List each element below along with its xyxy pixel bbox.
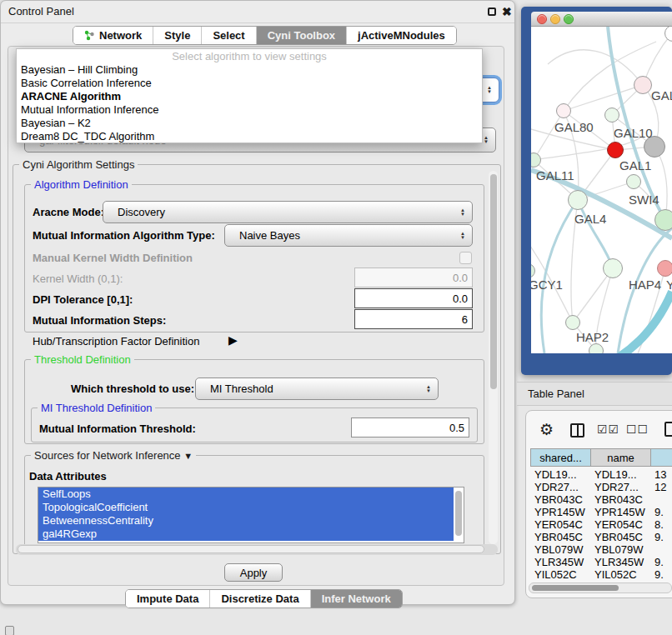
cell: YLR345W (530, 556, 590, 568)
algorithm-item[interactable]: Bayesian – K2 (17, 117, 482, 130)
expanded-arrow-icon[interactable]: ▼ (183, 451, 193, 461)
manual-kernel-checkbox[interactable] (459, 252, 472, 264)
tab-impute-data[interactable]: Impute Data (126, 590, 209, 608)
dpi-tolerance-label: DPI Tolerance [0,1]: (33, 293, 133, 306)
deselect-all-icon[interactable]: ☐☐ (626, 422, 649, 436)
close-icon[interactable]: ✖ (502, 6, 512, 18)
cell: YPR145W (590, 506, 650, 518)
apply-button-label: Apply (240, 567, 268, 579)
tab-style[interactable]: Style (153, 27, 201, 44)
table-row[interactable]: YDL19... YDL19... 13 (530, 468, 672, 481)
network-node-label: SWI4 (629, 192, 659, 207)
table-hscrollbar[interactable] (529, 582, 672, 593)
settings-vscrollbar[interactable] (489, 171, 498, 544)
apply-button[interactable]: Apply (224, 563, 283, 582)
column-header-name[interactable]: name (590, 448, 651, 467)
cell: YDL19... (590, 468, 650, 481)
network-canvas[interactable]: GAL GAL80 GAL10 GAL1 GAL11 SWI4 GAL4 GCY… (531, 27, 672, 353)
gear-icon[interactable]: ⚙ (539, 422, 554, 438)
network-node[interactable] (604, 108, 619, 122)
kernel-width-input[interactable] (354, 268, 473, 288)
network-node[interactable] (565, 315, 580, 330)
settings-hscrollbar-thumb[interactable] (18, 545, 484, 553)
network-node-label: GAL80 (554, 120, 594, 134)
column-header-name-label: name (607, 452, 634, 464)
network-node[interactable] (589, 343, 604, 353)
cell: YDL19... (530, 468, 590, 481)
mi-type-combo[interactable]: Naive Bayes ▲▼ (224, 224, 473, 247)
network-node-label: GAL10 (614, 126, 653, 140)
cell: 12 (650, 481, 672, 493)
close-traffic-light-icon[interactable] (537, 14, 547, 24)
network-window-titlebar[interactable] (531, 12, 672, 27)
float-window-icon[interactable] (488, 8, 496, 16)
data-attribute-item[interactable]: SelfLoops (38, 488, 454, 501)
data-attribute-item[interactable]: TopologicalCoefficient (38, 501, 454, 514)
cell: 9. (650, 568, 672, 581)
network-node[interactable] (568, 190, 588, 210)
screen: Control Panel ✖ Network Style Select Cyn… (0, 0, 672, 635)
settings-vscrollbar-thumb[interactable] (490, 174, 497, 389)
split-panel-icon[interactable] (570, 423, 584, 438)
tab-style-label: Style (164, 29, 190, 42)
table-row[interactable]: YLR345W YLR345W 9. (530, 556, 672, 568)
table-row[interactable]: YBL079W YBL079W (530, 543, 672, 556)
table-row[interactable]: YER054C YER054C 8. (530, 518, 672, 531)
control-panel-title: Control Panel (8, 5, 74, 18)
network-node[interactable] (603, 258, 623, 278)
tab-infer-network[interactable]: Infer Network (310, 590, 402, 608)
network-node[interactable] (657, 260, 672, 277)
zoom-traffic-light-icon[interactable] (564, 14, 574, 24)
table-row[interactable]: YIL052C YIL052C 9. (530, 568, 672, 581)
network-node[interactable] (626, 174, 641, 189)
page-icon[interactable] (664, 422, 672, 437)
tab-network[interactable]: Network (73, 27, 153, 44)
column-header-cut[interactable] (650, 448, 672, 467)
cell: YBL079W (590, 543, 650, 556)
algorithm-item-selected[interactable]: ARACNE Algorithm (17, 90, 482, 103)
manual-kernel-label: Manual Kernel Width Definition (33, 252, 193, 264)
table-row[interactable]: YBR045C YBR045C 9. (530, 531, 672, 543)
attributes-vscrollbar-thumb[interactable] (455, 491, 462, 536)
control-panel-titlebar: Control Panel (1, 1, 514, 23)
network-node[interactable] (654, 209, 672, 231)
algorithm-item[interactable]: Basic Correlation Inference (17, 77, 482, 90)
algorithm-item[interactable]: Dream8 DC_TDC Algorithm (17, 130, 482, 143)
table-row[interactable]: YBR043C YBR043C (530, 493, 672, 506)
aracne-mode-combo[interactable]: Discovery ▲▼ (103, 201, 473, 223)
column-header-shared[interactable]: shared... (530, 448, 591, 467)
data-attribute-item[interactable]: gal4RGexp (38, 528, 454, 541)
cell: 9. (650, 506, 672, 518)
minimized-panel-icon[interactable] (5, 626, 14, 635)
settings-hscrollbar[interactable] (16, 544, 498, 555)
tab-cyni-toolbox-label: Cyni Toolbox (268, 29, 335, 42)
network-node-selected[interactable] (607, 142, 624, 158)
cell (650, 543, 672, 556)
which-threshold-value: MI Threshold (210, 382, 273, 395)
mi-steps-input[interactable] (354, 309, 473, 329)
network-edges (531, 27, 672, 353)
network-node-label: GAL (651, 88, 672, 102)
table-row[interactable]: YDR27... YDR27... 12 (530, 481, 672, 493)
select-all-icon[interactable]: ☑☑ (597, 422, 619, 436)
minimize-traffic-light-icon[interactable] (550, 14, 560, 24)
collapsed-arrow-icon[interactable]: ▶ (228, 333, 238, 347)
network-node[interactable] (634, 76, 652, 94)
tab-discretize-data[interactable]: Discretize Data (209, 590, 309, 608)
tab-select[interactable]: Select (201, 27, 255, 44)
cell: YLR345W (590, 556, 650, 568)
algorithm-item[interactable]: Bayesian – Hill Climbing (17, 63, 482, 77)
table-row[interactable]: YPR145W YPR145W 9. (530, 506, 672, 518)
control-panel-tabstrip: Network Style Select Cyni Toolbox jActiv… (73, 26, 457, 45)
network-node[interactable] (556, 103, 571, 118)
sources-title[interactable]: Sources for Network Inference ▼ (31, 449, 196, 462)
mi-threshold-input[interactable] (351, 418, 469, 438)
algorithm-item[interactable]: Mutual Information Inference (17, 103, 482, 117)
dpi-tolerance-input[interactable] (354, 288, 473, 308)
tab-jactivemnodules[interactable]: jActiveMNodules (346, 27, 456, 44)
data-attribute-item[interactable]: BetweennessCentrality (38, 514, 454, 528)
tab-cyni-toolbox[interactable]: Cyni Toolbox (256, 27, 346, 44)
which-threshold-combo[interactable]: MI Threshold ▲▼ (195, 378, 439, 400)
table-hscrollbar-thumb[interactable] (532, 585, 619, 591)
hub-definition-toggle[interactable]: Hub/Transcription Factor Definition (33, 335, 199, 348)
